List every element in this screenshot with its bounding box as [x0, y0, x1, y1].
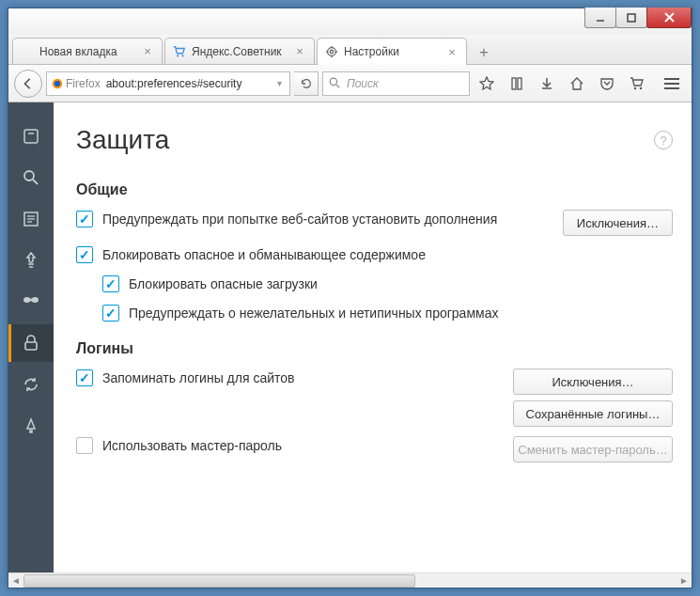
saved-logins-button[interactable]: Сохранённые логины… [513, 400, 673, 427]
app-window: Новая вкладка × Яндекс.Советник × Настро… [8, 8, 692, 588]
firefox-icon [51, 77, 64, 90]
gear-icon [325, 45, 338, 58]
checkbox-block-downloads[interactable] [102, 275, 119, 292]
download-icon[interactable] [534, 71, 560, 97]
url-text: about:preferences#security [106, 77, 273, 90]
tab-close-icon[interactable]: × [141, 45, 154, 58]
label-warn-unwanted: Предупреждать о нежелательных и нетипичн… [129, 304, 673, 323]
content-area: Защита ? Общие Предупреждать при попытке… [8, 102, 692, 572]
menu-button[interactable] [658, 71, 686, 97]
dropdown-icon[interactable]: ▾ [273, 78, 286, 88]
page-icon [21, 45, 34, 58]
exceptions-button[interactable]: Исключения… [563, 210, 673, 236]
scrollbar-thumb[interactable] [23, 574, 415, 588]
section-general-heading: Общие [76, 181, 673, 198]
svg-rect-28 [25, 342, 37, 350]
label-block-downloads: Блокировать опасные загрузки [129, 274, 673, 294]
tab-strip: Новая вкладка × Яндекс.Советник × Настро… [8, 35, 692, 65]
row-block-downloads: Блокировать опасные загрузки [102, 274, 673, 294]
svg-line-15 [336, 85, 339, 87]
back-button[interactable] [14, 70, 42, 98]
row-remember-logins: Запоминать логины для сайтов Исключения…… [76, 369, 673, 427]
cart-icon[interactable] [624, 71, 650, 97]
section-logins-heading: Логины [76, 340, 673, 357]
sidebar-item-content[interactable] [8, 200, 54, 238]
checkbox-warn-unwanted[interactable] [102, 305, 119, 322]
row-block-dangerous: Блокировать опасное и обманывающее содер… [76, 245, 673, 265]
sidebar-item-applications[interactable] [8, 242, 54, 279]
logins-exceptions-button[interactable]: Исключения… [513, 369, 673, 395]
tab-settings[interactable]: Настройки × [317, 38, 467, 65]
sidebar-item-privacy[interactable] [8, 283, 54, 321]
svg-rect-20 [24, 130, 38, 143]
tab-yandex[interactable]: Яндекс.Советник × [164, 38, 315, 64]
label-remember-logins: Запоминать логины для сайтов [102, 369, 506, 388]
checkbox-block-dangerous[interactable] [76, 246, 93, 263]
svg-rect-16 [512, 78, 516, 89]
row-master-password: Использовать мастер-пароль Сменить масте… [76, 436, 673, 463]
titlebar [8, 8, 692, 35]
svg-point-6 [328, 48, 336, 56]
cart-icon [173, 45, 186, 58]
reader-icon[interactable] [504, 71, 530, 97]
label-block-dangerous: Блокировать опасное и обманывающее содер… [102, 245, 673, 265]
window-controls [585, 8, 692, 28]
scroll-left-icon[interactable]: ◄ [8, 573, 23, 588]
svg-rect-1 [628, 14, 635, 22]
tab-label: Настройки [344, 45, 445, 58]
tab-close-icon[interactable]: × [445, 45, 459, 58]
tab-new[interactable]: Новая вкладка × [12, 38, 163, 64]
maximize-button[interactable] [615, 8, 647, 28]
new-tab-button[interactable]: + [471, 41, 497, 64]
svg-line-23 [33, 180, 38, 184]
checkbox-remember-logins[interactable] [76, 369, 93, 386]
close-button[interactable] [646, 8, 692, 28]
search-icon [329, 77, 341, 89]
logins-buttons: Исключения… Сохранённые логины… [506, 369, 673, 427]
tab-label: Новая вкладка [39, 45, 141, 58]
preferences-sidebar [8, 102, 54, 572]
scrollbar-track[interactable] [23, 573, 677, 588]
svg-point-13 [54, 80, 60, 86]
tab-close-icon[interactable]: × [293, 45, 306, 58]
svg-point-18 [634, 86, 636, 88]
scroll-right-icon[interactable]: ► [677, 573, 692, 588]
reload-button[interactable] [294, 71, 319, 96]
checkbox-warn-addons[interactable] [76, 211, 93, 227]
page-title: Защита [76, 125, 169, 155]
svg-rect-17 [518, 78, 521, 89]
url-bar[interactable]: Firefox about:preferences#security ▾ [46, 71, 290, 96]
home-icon[interactable] [564, 71, 590, 97]
row-warn-addons: Предупреждать при попытке веб-сайтов уст… [76, 210, 673, 236]
svg-point-22 [24, 171, 34, 180]
page-header: Защита ? [76, 125, 673, 155]
sidebar-item-security[interactable] [8, 324, 54, 362]
tab-label: Яндекс.Советник [192, 45, 293, 58]
sidebar-item-general[interactable] [8, 118, 54, 155]
svg-point-5 [181, 55, 183, 56]
checkbox-master-password[interactable] [76, 437, 93, 454]
identity-label: Firefox [66, 77, 101, 90]
bookmark-star-icon[interactable] [474, 71, 500, 97]
nav-toolbar: Firefox about:preferences#security ▾ Пои… [8, 65, 692, 102]
search-placeholder: Поиск [347, 77, 379, 90]
main-panel: Защита ? Общие Предупреждать при попытке… [54, 102, 692, 572]
minimize-button[interactable] [584, 8, 616, 28]
help-icon[interactable]: ? [654, 131, 673, 149]
svg-point-19 [640, 86, 642, 88]
search-bar[interactable]: Поиск [322, 71, 470, 96]
label-warn-addons: Предупреждать при попытке веб-сайтов уст… [102, 210, 555, 229]
change-master-password-button[interactable]: Сменить мастер-пароль… [513, 436, 673, 463]
svg-point-7 [330, 50, 334, 54]
row-warn-unwanted: Предупреждать о нежелательных и нетипичн… [102, 304, 673, 323]
sidebar-item-search[interactable] [8, 159, 54, 196]
pocket-icon[interactable] [594, 71, 620, 97]
horizontal-scrollbar[interactable]: ◄ ► [8, 572, 692, 588]
sidebar-item-sync[interactable] [8, 366, 54, 403]
svg-point-14 [330, 78, 336, 85]
svg-point-4 [177, 55, 179, 56]
sidebar-item-advanced[interactable] [8, 407, 54, 445]
label-master-password: Использовать мастер-пароль [102, 436, 506, 456]
